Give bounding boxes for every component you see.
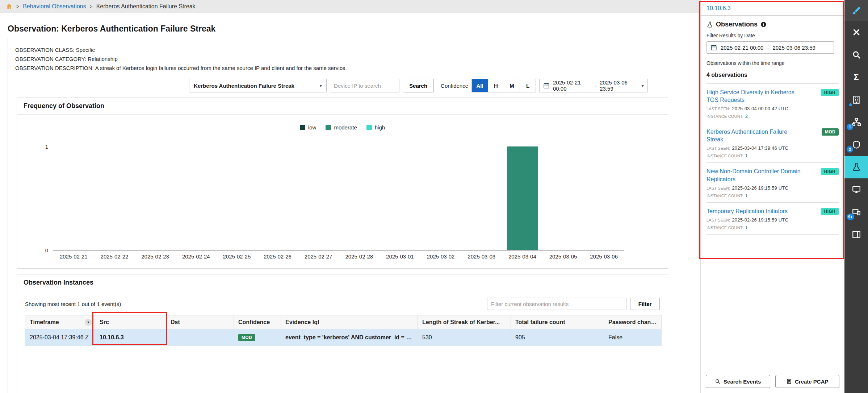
device-ip-link[interactable]: 10.10.6.3 xyxy=(706,5,839,12)
search-events-button[interactable]: Search Events xyxy=(706,375,770,388)
network-tree-icon[interactable]: 1 xyxy=(844,111,868,133)
x-tick-label: 2025-02-27 xyxy=(298,253,339,260)
home-icon[interactable] xyxy=(6,3,13,10)
organization-icon[interactable] xyxy=(844,88,868,111)
panel-footer: Search Events Create PCAP xyxy=(706,375,839,388)
behavioral-observations-icon[interactable] xyxy=(844,156,868,178)
cell-dst xyxy=(166,329,234,346)
pcap-file-icon xyxy=(786,378,792,384)
table-header-row: Timeframe▼SrcDstConfidenceEvidence IqlLe… xyxy=(25,315,662,329)
table-row[interactable]: 2025-03-04 17:39:46 Z10.10.6.3MODevent_t… xyxy=(25,329,662,346)
confidence-option-m[interactable]: M xyxy=(504,79,520,92)
confidence-option-h[interactable]: H xyxy=(488,79,504,92)
last-seen-line: LAST SEEN:2025-02-26 19:15:59 UTC xyxy=(706,217,839,223)
filter-by-date-label: Filter Results by Date xyxy=(706,33,839,38)
shield-badge: 2 xyxy=(847,146,853,153)
column-header-confidence[interactable]: Confidence xyxy=(234,315,281,329)
y-axis: 01 xyxy=(30,146,48,250)
range-caption: Observations within the time range xyxy=(706,60,839,66)
severity-badge: HIGH xyxy=(821,208,839,215)
x-tick-label: 2025-02-22 xyxy=(94,253,135,260)
breadcrumb-current: Kerberos Authentication Failure Streak xyxy=(96,3,196,10)
panel-section-title: Observations xyxy=(716,21,758,28)
info-icon[interactable] xyxy=(760,21,767,28)
cell-length-of-streak-of-kerber: 530 xyxy=(418,329,511,346)
monitor-icon[interactable] xyxy=(844,178,868,201)
network-badge: 1 xyxy=(847,124,853,130)
observation-link[interactable]: Kerberos Authentication Failure Streak xyxy=(706,128,804,143)
side-panel-icon[interactable] xyxy=(844,223,868,246)
legend-swatch xyxy=(300,125,305,130)
panel-date-range-picker[interactable]: 2025-02-21 00:00 - 2025-03-06 23:59 xyxy=(706,41,834,54)
instances-table: Timeframe▼SrcDstConfidenceEvidence IqlLe… xyxy=(25,315,662,346)
observation-link[interactable]: Temporary Replication Initiators xyxy=(706,207,804,215)
last-seen-value: 2025-02-26 19:15:59 UTC xyxy=(732,217,788,223)
x-tick-label: 2025-02-26 xyxy=(257,253,298,260)
observation-list-item: High Service Diversity in Kerberos TGS R… xyxy=(706,84,839,123)
x-tick-label: 2025-03-02 xyxy=(420,253,461,260)
severity-badge: HIGH xyxy=(821,89,839,96)
cell-confidence: MOD xyxy=(234,329,281,346)
cell-src: 10.10.6.3 xyxy=(95,329,166,346)
filter-button[interactable]: Filter xyxy=(630,298,660,310)
instance-count-line: INSTANCE COUNT:1 xyxy=(706,193,839,198)
last-seen-label: LAST SEEN: xyxy=(706,146,730,150)
column-header-src[interactable]: Src xyxy=(95,315,166,329)
y-tick-label: 1 xyxy=(45,144,48,150)
cell-total-failure-count: 905 xyxy=(511,329,604,346)
chart-bar-2025-03-04[interactable] xyxy=(507,146,537,250)
column-header-evidence-iql[interactable]: Evidence Iql xyxy=(281,315,418,329)
main-content: Observation: Kerberos Authentication Fai… xyxy=(0,13,700,393)
filter-results-input[interactable] xyxy=(487,298,626,310)
date-range-picker[interactable]: 2025-02-21 00:00 - 2025-03-06 23:59 ▾ xyxy=(539,79,648,92)
legend-label: high xyxy=(375,124,385,131)
confidence-label: Confidence xyxy=(441,83,468,89)
close-icon[interactable] xyxy=(844,21,868,44)
observation-count: 4 observations xyxy=(706,72,839,78)
bar-slot-2025-02-24 xyxy=(176,146,217,250)
column-header-length-of-streak-of-kerber[interactable]: Length of Streak of Kerber... xyxy=(418,315,511,329)
page-title: Observation: Kerberos Authentication Fai… xyxy=(8,24,215,34)
create-pcap-button[interactable]: Create PCAP xyxy=(775,375,840,388)
chevron-down-icon: ▾ xyxy=(641,83,644,88)
legend-item-high: high xyxy=(366,124,385,131)
breadcrumb-link-behavioral-observations[interactable]: Behavioral Observations xyxy=(23,3,86,10)
sort-icon[interactable]: ▼ xyxy=(85,319,92,326)
observations-icon xyxy=(706,21,713,28)
confidence-option-l[interactable]: L xyxy=(520,79,536,92)
device-observations-panel: 10.10.6.3 Observations Filter Results by… xyxy=(700,0,844,393)
confidence-option-all[interactable]: All xyxy=(472,79,488,92)
devices-icon[interactable]: 9+ xyxy=(844,201,868,223)
observation-link[interactable]: High Service Diversity in Kerberos TGS R… xyxy=(706,88,804,104)
bar-slot-2025-03-06 xyxy=(583,146,624,250)
x-tick-label: 2025-03-04 xyxy=(502,253,543,260)
search-icon[interactable] xyxy=(844,44,868,66)
device-ip-input[interactable] xyxy=(330,79,399,92)
instance-count-value: 1 xyxy=(745,225,748,230)
observation-type-select[interactable]: Kerberos Authentication Failure Streak ▾ xyxy=(189,79,327,92)
annotation-tool-icon[interactable] xyxy=(844,0,868,21)
instance-count-value: 2 xyxy=(745,113,748,119)
bar-slot-2025-02-22 xyxy=(94,146,135,250)
observation-link[interactable]: New Non-Domain Controller Domain Replica… xyxy=(706,167,804,183)
last-seen-line: LAST SEEN:2025-03-04 17:39:46 UTC xyxy=(706,145,839,151)
sigma-query-icon[interactable]: Σ xyxy=(844,66,868,88)
column-header-timeframe[interactable]: Timeframe▼ xyxy=(25,315,95,329)
frequency-chart: 01 xyxy=(53,146,624,251)
bar-slot-2025-03-04 xyxy=(502,146,543,250)
chevron-down-icon: ▾ xyxy=(320,83,322,88)
x-tick-label: 2025-03-01 xyxy=(380,253,420,260)
date-separator: - xyxy=(595,83,596,89)
search-icon xyxy=(715,378,721,384)
observation-card: OBSERVATION CLASS:Specific OBSERVATION C… xyxy=(8,38,677,393)
last-seen-label: LAST SEEN: xyxy=(706,186,730,190)
search-button[interactable]: Search xyxy=(403,79,434,92)
column-header-dst[interactable]: Dst xyxy=(166,315,234,329)
x-tick-label: 2025-02-25 xyxy=(217,253,257,260)
column-header-total-failure-count[interactable]: Total failure count xyxy=(511,315,604,329)
column-header-password-change-ide[interactable]: Password change ide... xyxy=(604,315,662,329)
severity-badge: MOD xyxy=(822,128,839,136)
shield-icon[interactable]: 2 xyxy=(844,133,868,156)
bar-slot-2025-03-02 xyxy=(420,146,461,250)
observation-meta: OBSERVATION CLASS:Specific OBSERVATION C… xyxy=(8,38,677,73)
